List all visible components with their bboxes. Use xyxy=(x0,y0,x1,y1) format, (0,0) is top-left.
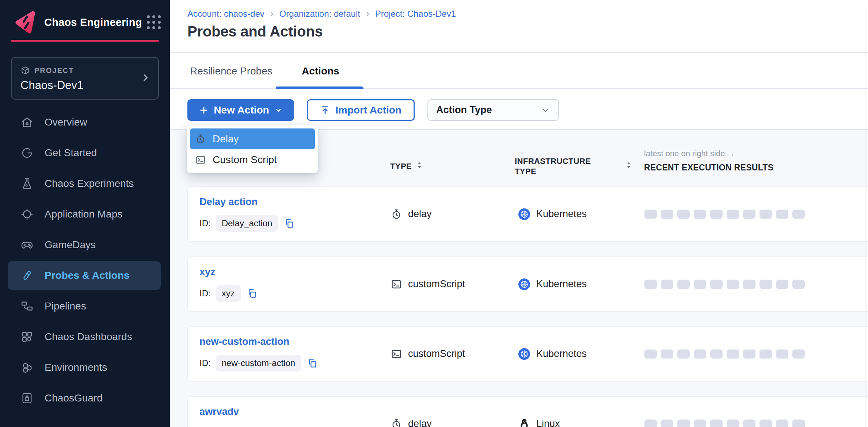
gamepad-icon xyxy=(20,238,34,251)
dashboard-icon xyxy=(20,330,34,343)
execution-result-placeholder xyxy=(677,419,690,427)
sidebar-item-get-started[interactable]: Get Started xyxy=(8,139,161,167)
sidebar-item-label: ChaosGuard xyxy=(45,392,103,404)
execution-result-placeholder xyxy=(760,419,772,427)
sidebar: Chaos Engineering PROJECT Chaos-Dev1 xyxy=(0,0,170,427)
sort-icon[interactable] xyxy=(416,161,423,172)
execution-result-placeholder xyxy=(694,280,706,289)
execution-result-placeholder xyxy=(677,280,690,289)
breadcrumb-project[interactable]: Project: Chaos-Dev1 xyxy=(375,9,456,19)
execution-result-placeholder xyxy=(661,349,673,358)
active-tab-indicator xyxy=(276,86,363,89)
sort-icon[interactable] xyxy=(625,161,632,171)
new-action-button[interactable]: New Action xyxy=(187,99,294,121)
execution-result-placeholder xyxy=(677,349,690,358)
breadcrumb-account[interactable]: Account: chaos-dev xyxy=(187,9,264,19)
app-switcher-grid-icon[interactable] xyxy=(147,15,161,29)
action-type-cell: delay xyxy=(391,187,432,241)
sidebar-item-label: GameDays xyxy=(45,239,96,251)
stopwatch-icon xyxy=(391,208,402,220)
sidebar-item-pipelines[interactable]: Pipelines xyxy=(8,292,161,320)
sidebar-item-label: Environments xyxy=(45,362,107,373)
sidebar-item-label: Chaos Dashboards xyxy=(45,331,132,343)
copy-icon[interactable] xyxy=(307,358,318,369)
infrastructure-cell: Linux xyxy=(518,397,560,427)
execution-result-placeholder xyxy=(727,209,739,219)
execution-result-placeholder xyxy=(661,419,673,427)
breadcrumb-organization[interactable]: Organization: default xyxy=(279,9,360,19)
sidebar-item-label: Get Started xyxy=(45,147,97,159)
column-header-infrastructure-type[interactable]: INFRASTRUCTURE TYPE xyxy=(515,156,594,177)
flask-icon xyxy=(20,177,34,190)
project-name: Chaos-Dev1 xyxy=(20,79,149,92)
sidebar-item-chaos-dashboards[interactable]: Chaos Dashboards xyxy=(8,323,161,351)
project-selector[interactable]: PROJECT Chaos-Dev1 xyxy=(11,57,159,100)
upload-icon xyxy=(320,105,330,115)
scrollbar-track[interactable] xyxy=(865,8,865,427)
sidebar-nav: Overview Get Started Chaos Experiments A… xyxy=(0,108,170,415)
execution-result-placeholder xyxy=(727,419,739,427)
actions-table: TYPE INFRASTRUCTURE TYPE latest one on r… xyxy=(170,130,868,427)
action-row[interactable]: awrvadv delay Linux xyxy=(187,396,868,427)
copy-icon[interactable] xyxy=(284,218,295,229)
execution-result-placeholder xyxy=(644,419,657,427)
execution-result-placeholder xyxy=(644,209,657,219)
action-type-select[interactable]: Action Type xyxy=(427,99,559,121)
action-name-link[interactable]: new-custom-action xyxy=(199,336,289,347)
execution-result-placeholder xyxy=(792,419,805,427)
menu-item-custom-script[interactable]: Custom Script xyxy=(190,149,315,170)
execution-result-placeholder xyxy=(760,280,772,289)
sidebar-item-gamedays[interactable]: GameDays xyxy=(8,231,161,259)
execution-result-placeholder xyxy=(710,280,723,289)
sidebar-item-overview[interactable]: Overview xyxy=(8,108,161,136)
execution-result-placeholder xyxy=(743,280,755,289)
cube-icon xyxy=(20,66,30,75)
sidebar-item-chaos-experiments[interactable]: Chaos Experiments xyxy=(8,169,161,198)
copy-icon[interactable] xyxy=(247,288,258,299)
execution-result-placeholder xyxy=(694,209,706,219)
import-action-button[interactable]: Import Action xyxy=(307,99,415,121)
tab-actions[interactable]: Actions xyxy=(302,65,339,77)
action-type-label: Action Type xyxy=(436,104,492,116)
infrastructure-header-label: INFRASTRUCTURE TYPE xyxy=(515,156,594,177)
chaos-logo-icon xyxy=(13,9,39,35)
execution-result-placeholder xyxy=(710,419,723,427)
sidebar-item-application-maps[interactable]: Application Maps xyxy=(8,200,161,228)
kubernetes-icon xyxy=(518,348,530,360)
recent-execution-results xyxy=(644,349,805,358)
execution-result-placeholder xyxy=(776,209,788,219)
column-header-type[interactable]: TYPE xyxy=(390,161,423,172)
infrastructure-value: Kubernetes xyxy=(536,348,587,359)
app-root: Chaos Engineering PROJECT Chaos-Dev1 xyxy=(0,0,868,427)
execution-result-placeholder xyxy=(644,349,657,358)
sidebar-item-environments[interactable]: Environments xyxy=(8,353,161,382)
action-name-link[interactable]: awrvadv xyxy=(199,406,239,418)
type-header-label: TYPE xyxy=(390,162,412,171)
chevron-down-icon xyxy=(274,106,282,114)
action-name-link[interactable]: xyz xyxy=(199,266,216,278)
brand: Chaos Engineering xyxy=(13,9,161,36)
sidebar-item-probes-actions[interactable]: Probes & Actions xyxy=(8,261,161,290)
kubernetes-icon xyxy=(518,278,530,291)
recent-execution-results xyxy=(644,209,805,219)
terminal-icon xyxy=(391,278,402,290)
menu-item-label: Delay xyxy=(213,133,239,145)
sidebar-item-label: Application Maps xyxy=(45,208,122,220)
action-name-link[interactable]: Delay action xyxy=(199,196,258,208)
action-row[interactable]: xyz ID: xyz customScript Kubernetes xyxy=(187,257,868,312)
pipeline-icon xyxy=(20,300,34,313)
recent-execution-results xyxy=(644,280,805,289)
execution-result-placeholder xyxy=(760,349,772,358)
sidebar-item-label: Pipelines xyxy=(45,300,86,312)
action-row[interactable]: Delay action ID: Delay_action delay Kube… xyxy=(187,186,868,242)
new-action-label: New Action xyxy=(214,104,269,116)
action-type-cell: delay xyxy=(391,397,432,427)
tab-resilience-probes[interactable]: Resilience Probes xyxy=(190,65,273,77)
execution-result-placeholder xyxy=(743,349,755,358)
action-row[interactable]: new-custom-action ID: new-custom-action … xyxy=(187,326,868,381)
main-content: Account: chaos-dev › Organization: defau… xyxy=(170,0,868,427)
chevron-down-icon xyxy=(541,105,550,115)
execution-result-placeholder xyxy=(792,349,805,358)
menu-item-delay[interactable]: Delay xyxy=(190,128,315,149)
sidebar-item-chaosguard[interactable]: ChaosGuard xyxy=(8,384,161,412)
